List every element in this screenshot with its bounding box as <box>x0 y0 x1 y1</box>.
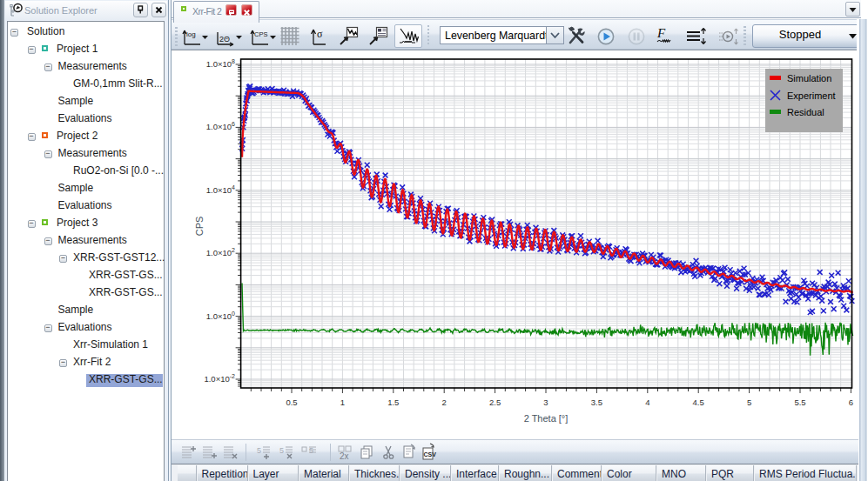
svg-text:1.5: 1.5 <box>387 397 399 407</box>
svg-text:4: 4 <box>645 397 649 407</box>
svg-text:1.0×108: 1.0×108 <box>206 58 235 69</box>
svg-text:F: F <box>656 26 666 40</box>
svg-text:1.0×100: 1.0×100 <box>206 311 235 321</box>
svg-text:Simulation: Simulation <box>787 73 831 84</box>
svg-text:2 Theta [°]: 2 Theta [°] <box>524 413 569 424</box>
svg-text:2: 2 <box>442 397 447 407</box>
svg-text:5: 5 <box>279 446 284 455</box>
svg-text:5.5: 5.5 <box>794 397 805 407</box>
svg-text:Experiment: Experiment <box>787 90 836 101</box>
svg-text:CSV: CSV <box>424 451 437 458</box>
svg-text:1.0×106: 1.0×106 <box>206 121 235 131</box>
svg-text:CPS: CPS <box>194 217 205 237</box>
svg-text:5: 5 <box>257 446 261 455</box>
svg-text:4.5: 4.5 <box>693 397 704 407</box>
svg-text:1.0×10-2: 1.0×10-2 <box>204 373 235 384</box>
svg-text:1: 1 <box>340 397 345 407</box>
svg-text:3: 3 <box>543 397 548 407</box>
svg-text:5: 5 <box>747 397 751 407</box>
svg-text:σ: σ <box>317 28 323 40</box>
svg-text:Residual: Residual <box>787 107 824 117</box>
svg-text:CPS: CPS <box>254 30 267 38</box>
svg-text:log: log <box>186 30 196 38</box>
svg-text:3.5: 3.5 <box>591 397 602 407</box>
svg-text:2x: 2x <box>340 451 349 461</box>
svg-text:0.5: 0.5 <box>286 397 297 407</box>
svg-text:2.5: 2.5 <box>489 397 501 407</box>
svg-text:6: 6 <box>849 397 853 407</box>
svg-text:2Θ: 2Θ <box>219 35 230 43</box>
svg-text:1.0×102: 1.0×102 <box>206 247 235 257</box>
svg-text:1.0×104: 1.0×104 <box>206 184 235 195</box>
